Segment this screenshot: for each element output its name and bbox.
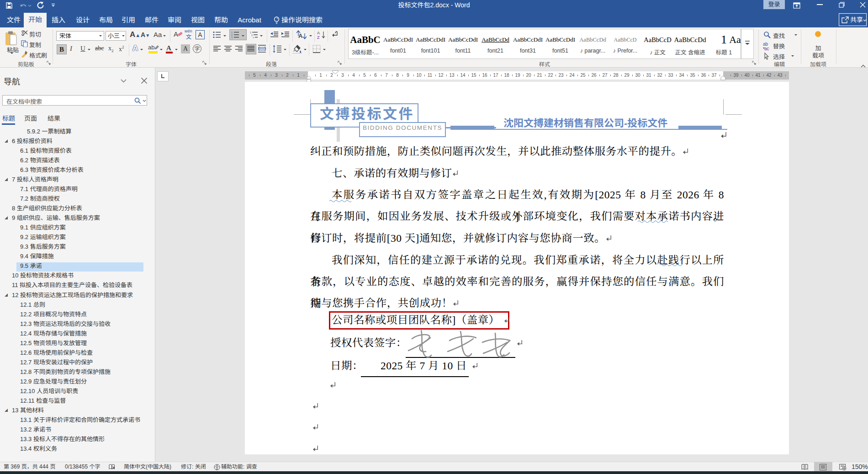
svg-text:A: A [317,31,320,35]
svg-text:Z: Z [317,35,320,39]
svg-text:3: 3 [253,37,254,39]
svg-text:3: 3 [231,37,233,39]
svg-text:A: A [298,32,303,39]
svg-text:ac: ac [764,46,769,51]
